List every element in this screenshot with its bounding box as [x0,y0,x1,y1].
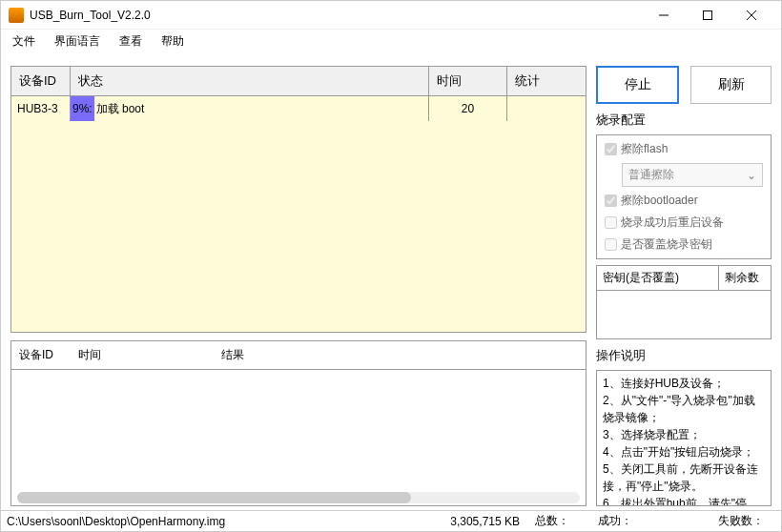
instruction-line: 5、关闭工具前，先断开设备连接，再"停止"烧录。 [603,460,765,495]
rcol-device-id[interactable]: 设备ID [11,341,71,369]
instruction-line: 1、连接好HUB及设备； [603,375,765,392]
stop-button[interactable]: 停止 [596,66,679,104]
reboot-after-checkbox[interactable]: 烧录成功后重启设备 [605,215,763,231]
cell-device-id: HUB3-3 [11,96,71,121]
erase-mode-select[interactable]: 普通擦除⌄ [622,163,763,187]
result-table: 设备ID 时间 结果 [10,340,586,506]
device-table: 设备ID 状态 时间 统计 HUB3-3 9%: 加载 boot 20 [10,66,586,333]
cell-time: 20 [429,96,507,121]
scrollbar-thumb[interactable] [17,492,411,503]
app-icon [9,8,24,23]
button-row: 停止 刷新 [596,66,772,104]
left-column: 设备ID 状态 时间 统计 HUB3-3 9%: 加载 boot 20 [10,66,586,506]
status-path: C:\Users\soonl\Desktop\OpenHarmony.img [1,515,415,528]
menu-file[interactable]: 文件 [9,31,39,51]
instruction-line: 3、选择烧录配置； [603,426,765,443]
config-box: 擦除flash 普通擦除⌄ 擦除bootloader 烧录成功后重启设备 是否覆… [596,134,772,259]
maximize-button[interactable] [686,2,730,29]
erase-flash-checkbox[interactable]: 擦除flash [605,141,763,157]
cell-stat [507,96,586,121]
config-title: 烧录配置 [596,112,772,129]
col-time[interactable]: 时间 [429,67,507,95]
status-fail-label: 失败数： [712,513,781,529]
rcol-result[interactable]: 结果 [214,341,586,369]
instruction-line: 2、从"文件"-"导入烧录包"加载烧录镜像； [603,392,765,426]
statusbar: C:\Users\soonl\Desktop\OpenHarmony.img 3… [1,510,781,531]
status-success-label: 成功： [598,513,712,529]
result-table-header: 设备ID 时间 结果 [11,341,586,370]
menu-view[interactable]: 查看 [115,31,146,51]
instruction-line: 6、拔出外置hub前，请先"停止"烧录并关闭工具。 [603,495,765,506]
menubar: 文件 界面语言 查看 帮助 [1,30,781,52]
rcol-time[interactable]: 时间 [71,341,214,369]
kcol-key[interactable]: 密钥(是否覆盖) [597,266,719,290]
status-text: 加载 boot [94,101,145,117]
erase-flash-input[interactable] [605,143,617,155]
table-row[interactable]: HUB3-3 9%: 加载 boot 20 [11,96,586,121]
erase-bootloader-input[interactable] [605,194,617,207]
svg-rect-0 [704,10,712,19]
close-button[interactable] [730,2,773,29]
progress-indicator: 9%: [71,96,94,121]
content-area: 设备ID 状态 时间 统计 HUB3-3 9%: 加载 boot 20 [1,52,781,510]
menu-language[interactable]: 界面语言 [51,31,104,51]
horizontal-scrollbar[interactable] [17,492,580,503]
key-table: 密钥(是否覆盖) 剩余数 [596,265,772,339]
minimize-button[interactable] [642,2,686,29]
key-table-header: 密钥(是否覆盖) 剩余数 [597,266,771,291]
titlebar: USB_Burn_Tool_V2.2.0 [1,1,781,30]
instructions-box: 1、连接好HUB及设备； 2、从"文件"-"导入烧录包"加载烧录镜像； 3、选择… [596,370,772,506]
instruction-line: 4、点击"开始"按钮启动烧录； [603,443,765,460]
window-title: USB_Burn_Tool_V2.2.0 [30,9,642,22]
status-total-label: 总数： [529,513,598,529]
col-device-id[interactable]: 设备ID [11,67,71,95]
refresh-button[interactable]: 刷新 [690,66,772,104]
device-table-header: 设备ID 状态 时间 统计 [11,67,586,96]
reboot-after-input[interactable] [605,216,617,229]
erase-bootloader-checkbox[interactable]: 擦除bootloader [605,193,763,209]
right-column: 停止 刷新 烧录配置 擦除flash 普通擦除⌄ 擦除bootloader 烧录… [596,66,772,506]
chevron-down-icon: ⌄ [747,169,756,182]
kcol-remain[interactable]: 剩余数 [719,266,771,290]
cell-status: 9%: 加载 boot [71,96,429,121]
window-controls [642,2,773,29]
override-key-input[interactable] [605,238,617,251]
result-table-body [11,370,586,505]
menu-help[interactable]: 帮助 [157,31,188,51]
status-size: 3,305,715 KB [415,515,529,528]
col-status[interactable]: 状态 [71,67,429,95]
app-window: USB_Burn_Tool_V2.2.0 文件 界面语言 查看 帮助 设备ID … [0,0,782,532]
override-key-checkbox[interactable]: 是否覆盖烧录密钥 [605,236,763,253]
instructions-title: 操作说明 [596,347,772,364]
col-stat[interactable]: 统计 [507,67,586,95]
